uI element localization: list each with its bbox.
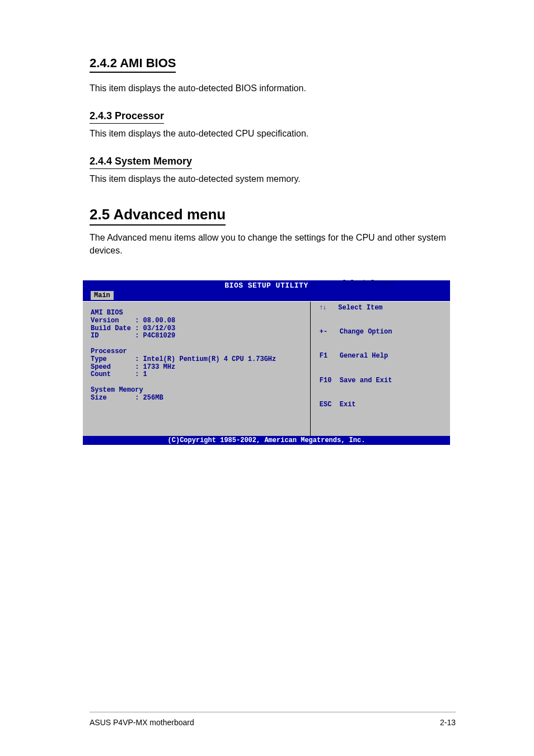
footer-product: ASUS P4VP-MX motherboard — [90, 718, 194, 727]
f10-key: F10 — [320, 377, 332, 384]
section-ami-bios-heading: 2.4.2 AMI BIOS — [90, 56, 176, 73]
page-footer: ASUS P4VP-MX motherboard 2-13 — [0, 712, 534, 727]
help-change-option: Change Option — [340, 328, 392, 336]
help-exit: Exit — [340, 401, 356, 408]
help-save-exit: Save and Exit — [340, 377, 392, 384]
bios-title: BIOS SETUP UTILITY — [83, 280, 450, 291]
section-processor-heading: 2.4.3 Processor — [90, 110, 164, 124]
updown-arrow-icon: ↑↓ — [320, 303, 326, 311]
advanced-menu-body: The Advanced menu items allow you to cha… — [90, 231, 456, 257]
help-general-help: General Help — [340, 352, 388, 360]
advanced-menu-heading: 2.5 Advanced menu — [90, 206, 226, 226]
bios-info-panel: AMI BIOS Version : 08.00.08 Build Date :… — [83, 302, 311, 436]
f1-key: F1 — [320, 352, 327, 360]
footer-page-number: 2-13 — [440, 718, 456, 727]
bios-help-panel: ← Select Screen ↑↓ Select Item +- Change… — [311, 302, 450, 436]
ami-bios-body: This item displays the auto-detected BIO… — [90, 82, 456, 95]
plusminus-key: +- — [320, 328, 327, 336]
processor-body: This item displays the auto-detected CPU… — [90, 127, 456, 140]
esc-key: ESC — [320, 401, 332, 408]
help-select-screen: Select Screen — [343, 279, 395, 287]
bios-screenshot: BIOS SETUP UTILITY Main AMI BIOS Version… — [82, 279, 451, 446]
left-arrow-icon: ← — [320, 279, 326, 287]
help-select-item: Select Item — [338, 304, 382, 312]
system-memory-body: This item displays the auto-detected sys… — [90, 172, 456, 185]
bios-tab-main[interactable]: Main — [91, 291, 114, 300]
bios-copyright: (C)Copyright 1985-2002, American Megatre… — [83, 436, 450, 445]
bios-help-keys: ← Select Screen ↑↓ Select Item +- Change… — [320, 262, 395, 425]
section-system-memory-heading: 2.4.4 System Memory — [90, 156, 192, 169]
